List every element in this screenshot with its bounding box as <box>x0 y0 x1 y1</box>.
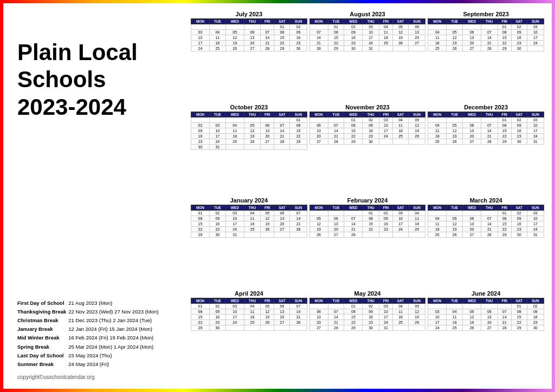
calendar-cell: 08 <box>363 216 379 221</box>
calendar-cell <box>379 139 392 145</box>
calendar-row: 18192021222324 <box>428 134 544 139</box>
calendar-cell: 15 <box>328 35 344 41</box>
calendar-cell: 07 <box>481 30 498 35</box>
day-header: SUN <box>527 205 544 211</box>
calendar-row: 24252627282930 <box>428 325 544 331</box>
calendar-cell: 12 <box>447 35 463 41</box>
day-header: THU <box>481 298 498 304</box>
calendar-cell: 30 <box>209 232 225 238</box>
calendar-cell: 19 <box>409 128 425 134</box>
month-title: July 2023 <box>191 11 307 17</box>
calendar-cell: 21 <box>481 41 498 46</box>
calendar-cell: 08 <box>191 216 210 221</box>
calendar-cell: 01 <box>498 24 511 30</box>
calendar-row: 010203 <box>428 117 544 123</box>
calendar-cell: 09 <box>344 30 363 35</box>
calendar-cell: 26 <box>409 320 425 325</box>
calendar-cell: 14 <box>290 309 307 315</box>
calendar-row: 010203 <box>428 24 544 30</box>
calendar-cell <box>379 232 392 238</box>
calendar-cell: 05 <box>463 309 481 315</box>
calendar-cell <box>463 304 481 309</box>
calendar-cell: 19 <box>463 320 481 325</box>
calendar-cell: 09 <box>363 123 379 128</box>
calendar-cell: 03 <box>363 24 379 30</box>
calendar-cell: 01 <box>274 24 290 30</box>
calendar-cell <box>481 24 498 30</box>
month-block: April 2024MONTUEWEDTHUFRISATSUN010203040… <box>191 290 307 381</box>
calendar-cell: 20 <box>463 134 481 139</box>
calendar-cell <box>274 325 290 331</box>
calendar-row: 03040506070809 <box>428 309 544 315</box>
calendar-row: 010203 <box>428 211 544 216</box>
calendar-cell <box>428 24 447 30</box>
calendar-cell: 06 <box>328 216 344 221</box>
day-header: SAT <box>393 298 409 304</box>
calendar-cell <box>447 117 463 123</box>
calendar-cell: 20 <box>409 35 425 41</box>
calendar-cell: 02 <box>344 24 363 30</box>
calendar-cell: 27 <box>244 46 261 51</box>
month-title: December 2023 <box>428 104 544 110</box>
calendar-cell <box>379 46 392 51</box>
calendar-cell: 01 <box>511 304 527 309</box>
calendar-cell: 16 <box>363 315 379 320</box>
calendar-cell <box>328 211 344 216</box>
school-title: Plain Local Schools 2023-2024 <box>17 39 180 121</box>
month-title: January 2024 <box>191 197 307 204</box>
calendar-cell: 14 <box>328 128 344 134</box>
calendar-cell: 15 <box>191 315 210 320</box>
calendar-cell: 05 <box>225 30 244 35</box>
day-header: SAT <box>511 19 527 24</box>
breaks-block: First Day of School21 Aug 2023 (Mon)Than… <box>17 293 180 380</box>
calendar-cell <box>244 145 261 150</box>
calendar-cell <box>481 211 498 216</box>
month-block: September 2023MONTUEWEDTHUFRISATSUN01020… <box>428 11 544 102</box>
calendar-cell: 06 <box>244 30 261 35</box>
copyright: copyright©usschoolcalendar.org <box>17 374 180 380</box>
calendar-grid: July 2023MONTUEWEDTHUFRISATSUN0102030405… <box>191 6 548 386</box>
calendar-cell: 19 <box>409 315 425 320</box>
calendar-cell: 17 <box>527 35 544 41</box>
calendar-cell: 14 <box>309 35 328 41</box>
calendar-cell: 26 <box>309 232 328 238</box>
day-header: SUN <box>290 205 307 211</box>
calendar-cell: 18 <box>428 134 447 139</box>
day-header: TUE <box>447 205 463 211</box>
title-line2: Schools <box>17 67 106 92</box>
calendar-row: 23242526272829 <box>191 139 307 145</box>
calendar-cell <box>447 24 463 30</box>
left-panel: Plain Local Schools 2023-2024 First Day … <box>7 6 191 386</box>
calendar-cell <box>290 232 307 238</box>
calendar-cell: 13 <box>463 35 481 41</box>
month-block: January 2024MONTUEWEDTHUFRISATSUN0102030… <box>191 197 307 288</box>
calendar-cell: 26 <box>244 139 261 145</box>
month-block: March 2024MONTUEWEDTHUFRISATSUN010203040… <box>428 197 544 288</box>
day-header: MON <box>191 298 210 304</box>
calendar-row: 25262728293031 <box>428 232 544 238</box>
calendar-row: 18192021222324 <box>428 41 544 46</box>
month-title: August 2023 <box>309 11 426 17</box>
calendar-cell: 21 <box>274 134 290 139</box>
calendar-cell: 28 <box>481 139 498 145</box>
calendar-row: 0102030405 <box>309 117 425 123</box>
calendar-cell: 26 <box>447 139 463 145</box>
calendar-row: 08091011121314 <box>191 216 307 221</box>
calendar-cell: 06 <box>274 211 290 216</box>
calendar-cell: 10 <box>379 123 392 128</box>
day-header: THU <box>363 298 379 304</box>
month-block: August 2023MONTUEWEDTHUFRISATSUN01020304… <box>309 11 426 102</box>
calendar-cell: 09 <box>209 309 225 315</box>
calendar-cell: 18 <box>244 221 261 227</box>
calendar-cell: 12 <box>244 128 261 134</box>
calendar-cell: 14 <box>498 315 511 320</box>
calendar-row: 05060708091011 <box>309 216 425 221</box>
calendar-cell: 27 <box>274 320 290 325</box>
month-block: July 2023MONTUEWEDTHUFRISATSUN0102030405… <box>191 11 307 102</box>
calendar-cell: 12 <box>261 309 274 315</box>
calendar-cell: 02 <box>511 211 527 216</box>
day-header: FRI <box>379 205 392 211</box>
day-header: WED <box>463 205 481 211</box>
calendar-row: 18192021222324 <box>428 227 544 232</box>
month-block: June 2024MONTUEWEDTHUFRISATSUN0102030405… <box>428 290 544 381</box>
